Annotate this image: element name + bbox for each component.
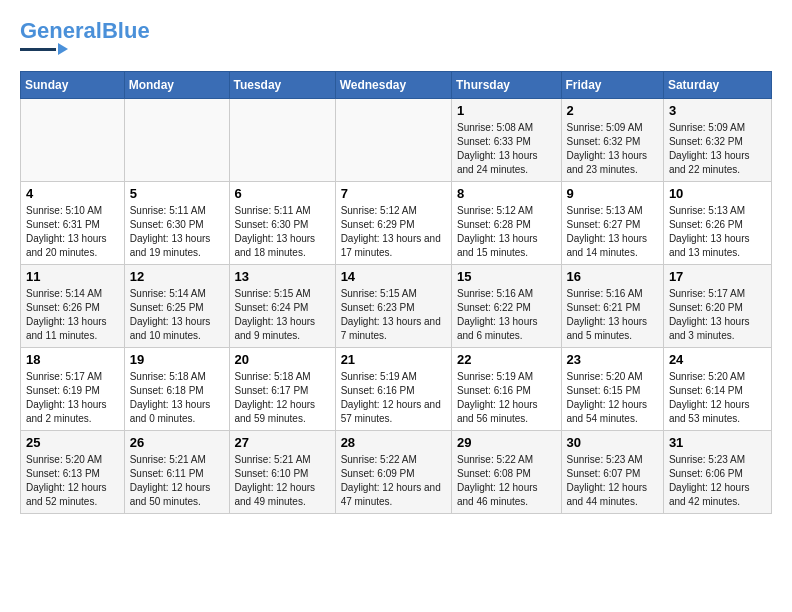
- day-number: 26: [130, 435, 224, 450]
- day-number: 28: [341, 435, 446, 450]
- logo-general: General: [20, 18, 102, 43]
- day-number: 29: [457, 435, 556, 450]
- day-number: 24: [669, 352, 766, 367]
- calendar-cell: 7Sunrise: 5:12 AM Sunset: 6:29 PM Daylig…: [335, 182, 451, 265]
- day-number: 15: [457, 269, 556, 284]
- day-info: Sunrise: 5:18 AM Sunset: 6:18 PM Dayligh…: [130, 370, 224, 426]
- day-header-saturday: Saturday: [663, 72, 771, 99]
- calendar-cell: 21Sunrise: 5:19 AM Sunset: 6:16 PM Dayli…: [335, 348, 451, 431]
- calendar-cell: 24Sunrise: 5:20 AM Sunset: 6:14 PM Dayli…: [663, 348, 771, 431]
- day-number: 12: [130, 269, 224, 284]
- day-number: 31: [669, 435, 766, 450]
- day-number: 1: [457, 103, 556, 118]
- calendar-cell: 26Sunrise: 5:21 AM Sunset: 6:11 PM Dayli…: [124, 431, 229, 514]
- day-info: Sunrise: 5:14 AM Sunset: 6:25 PM Dayligh…: [130, 287, 224, 343]
- day-number: 3: [669, 103, 766, 118]
- day-number: 21: [341, 352, 446, 367]
- calendar-cell: 3Sunrise: 5:09 AM Sunset: 6:32 PM Daylig…: [663, 99, 771, 182]
- day-info: Sunrise: 5:17 AM Sunset: 6:20 PM Dayligh…: [669, 287, 766, 343]
- day-number: 16: [567, 269, 658, 284]
- day-header-thursday: Thursday: [451, 72, 561, 99]
- days-header-row: SundayMondayTuesdayWednesdayThursdayFrid…: [21, 72, 772, 99]
- calendar-cell: 22Sunrise: 5:19 AM Sunset: 6:16 PM Dayli…: [451, 348, 561, 431]
- calendar-cell: 14Sunrise: 5:15 AM Sunset: 6:23 PM Dayli…: [335, 265, 451, 348]
- day-info: Sunrise: 5:18 AM Sunset: 6:17 PM Dayligh…: [235, 370, 330, 426]
- day-number: 27: [235, 435, 330, 450]
- day-info: Sunrise: 5:11 AM Sunset: 6:30 PM Dayligh…: [235, 204, 330, 260]
- day-info: Sunrise: 5:19 AM Sunset: 6:16 PM Dayligh…: [457, 370, 556, 426]
- day-header-friday: Friday: [561, 72, 663, 99]
- calendar-cell: 13Sunrise: 5:15 AM Sunset: 6:24 PM Dayli…: [229, 265, 335, 348]
- calendar-cell: 16Sunrise: 5:16 AM Sunset: 6:21 PM Dayli…: [561, 265, 663, 348]
- week-row-1: 1Sunrise: 5:08 AM Sunset: 6:33 PM Daylig…: [21, 99, 772, 182]
- calendar-cell: 5Sunrise: 5:11 AM Sunset: 6:30 PM Daylig…: [124, 182, 229, 265]
- calendar-cell: 8Sunrise: 5:12 AM Sunset: 6:28 PM Daylig…: [451, 182, 561, 265]
- calendar-cell: 6Sunrise: 5:11 AM Sunset: 6:30 PM Daylig…: [229, 182, 335, 265]
- day-number: 2: [567, 103, 658, 118]
- calendar-cell: 2Sunrise: 5:09 AM Sunset: 6:32 PM Daylig…: [561, 99, 663, 182]
- week-row-5: 25Sunrise: 5:20 AM Sunset: 6:13 PM Dayli…: [21, 431, 772, 514]
- day-header-sunday: Sunday: [21, 72, 125, 99]
- day-info: Sunrise: 5:10 AM Sunset: 6:31 PM Dayligh…: [26, 204, 119, 260]
- day-info: Sunrise: 5:16 AM Sunset: 6:21 PM Dayligh…: [567, 287, 658, 343]
- day-info: Sunrise: 5:16 AM Sunset: 6:22 PM Dayligh…: [457, 287, 556, 343]
- day-info: Sunrise: 5:13 AM Sunset: 6:26 PM Dayligh…: [669, 204, 766, 260]
- page-header: GeneralBlue: [20, 20, 772, 55]
- calendar-cell: [229, 99, 335, 182]
- calendar-cell: 20Sunrise: 5:18 AM Sunset: 6:17 PM Dayli…: [229, 348, 335, 431]
- calendar-cell: 25Sunrise: 5:20 AM Sunset: 6:13 PM Dayli…: [21, 431, 125, 514]
- day-number: 30: [567, 435, 658, 450]
- day-info: Sunrise: 5:21 AM Sunset: 6:11 PM Dayligh…: [130, 453, 224, 509]
- day-info: Sunrise: 5:23 AM Sunset: 6:06 PM Dayligh…: [669, 453, 766, 509]
- day-info: Sunrise: 5:20 AM Sunset: 6:14 PM Dayligh…: [669, 370, 766, 426]
- day-info: Sunrise: 5:09 AM Sunset: 6:32 PM Dayligh…: [669, 121, 766, 177]
- calendar-cell: 10Sunrise: 5:13 AM Sunset: 6:26 PM Dayli…: [663, 182, 771, 265]
- calendar-cell: 27Sunrise: 5:21 AM Sunset: 6:10 PM Dayli…: [229, 431, 335, 514]
- day-info: Sunrise: 5:22 AM Sunset: 6:08 PM Dayligh…: [457, 453, 556, 509]
- calendar-cell: 29Sunrise: 5:22 AM Sunset: 6:08 PM Dayli…: [451, 431, 561, 514]
- day-info: Sunrise: 5:14 AM Sunset: 6:26 PM Dayligh…: [26, 287, 119, 343]
- day-info: Sunrise: 5:22 AM Sunset: 6:09 PM Dayligh…: [341, 453, 446, 509]
- day-number: 9: [567, 186, 658, 201]
- day-info: Sunrise: 5:12 AM Sunset: 6:28 PM Dayligh…: [457, 204, 556, 260]
- day-number: 25: [26, 435, 119, 450]
- day-info: Sunrise: 5:17 AM Sunset: 6:19 PM Dayligh…: [26, 370, 119, 426]
- logo: GeneralBlue: [20, 20, 150, 55]
- calendar-cell: 31Sunrise: 5:23 AM Sunset: 6:06 PM Dayli…: [663, 431, 771, 514]
- day-info: Sunrise: 5:20 AM Sunset: 6:13 PM Dayligh…: [26, 453, 119, 509]
- day-info: Sunrise: 5:12 AM Sunset: 6:29 PM Dayligh…: [341, 204, 446, 260]
- day-number: 14: [341, 269, 446, 284]
- calendar-cell: [335, 99, 451, 182]
- week-row-2: 4Sunrise: 5:10 AM Sunset: 6:31 PM Daylig…: [21, 182, 772, 265]
- day-header-monday: Monday: [124, 72, 229, 99]
- calendar-cell: 18Sunrise: 5:17 AM Sunset: 6:19 PM Dayli…: [21, 348, 125, 431]
- day-header-tuesday: Tuesday: [229, 72, 335, 99]
- day-info: Sunrise: 5:13 AM Sunset: 6:27 PM Dayligh…: [567, 204, 658, 260]
- day-number: 13: [235, 269, 330, 284]
- day-number: 5: [130, 186, 224, 201]
- week-row-3: 11Sunrise: 5:14 AM Sunset: 6:26 PM Dayli…: [21, 265, 772, 348]
- calendar-cell: [21, 99, 125, 182]
- day-number: 4: [26, 186, 119, 201]
- day-number: 20: [235, 352, 330, 367]
- logo-blue: Blue: [102, 18, 150, 43]
- day-number: 22: [457, 352, 556, 367]
- day-info: Sunrise: 5:08 AM Sunset: 6:33 PM Dayligh…: [457, 121, 556, 177]
- calendar-cell: 23Sunrise: 5:20 AM Sunset: 6:15 PM Dayli…: [561, 348, 663, 431]
- day-number: 6: [235, 186, 330, 201]
- day-info: Sunrise: 5:11 AM Sunset: 6:30 PM Dayligh…: [130, 204, 224, 260]
- day-number: 23: [567, 352, 658, 367]
- calendar-cell: 28Sunrise: 5:22 AM Sunset: 6:09 PM Dayli…: [335, 431, 451, 514]
- day-info: Sunrise: 5:19 AM Sunset: 6:16 PM Dayligh…: [341, 370, 446, 426]
- calendar-table: SundayMondayTuesdayWednesdayThursdayFrid…: [20, 71, 772, 514]
- day-number: 19: [130, 352, 224, 367]
- day-info: Sunrise: 5:15 AM Sunset: 6:24 PM Dayligh…: [235, 287, 330, 343]
- calendar-cell: 12Sunrise: 5:14 AM Sunset: 6:25 PM Dayli…: [124, 265, 229, 348]
- calendar-cell: [124, 99, 229, 182]
- day-number: 8: [457, 186, 556, 201]
- day-info: Sunrise: 5:21 AM Sunset: 6:10 PM Dayligh…: [235, 453, 330, 509]
- day-number: 10: [669, 186, 766, 201]
- calendar-cell: 1Sunrise: 5:08 AM Sunset: 6:33 PM Daylig…: [451, 99, 561, 182]
- day-number: 11: [26, 269, 119, 284]
- day-info: Sunrise: 5:15 AM Sunset: 6:23 PM Dayligh…: [341, 287, 446, 343]
